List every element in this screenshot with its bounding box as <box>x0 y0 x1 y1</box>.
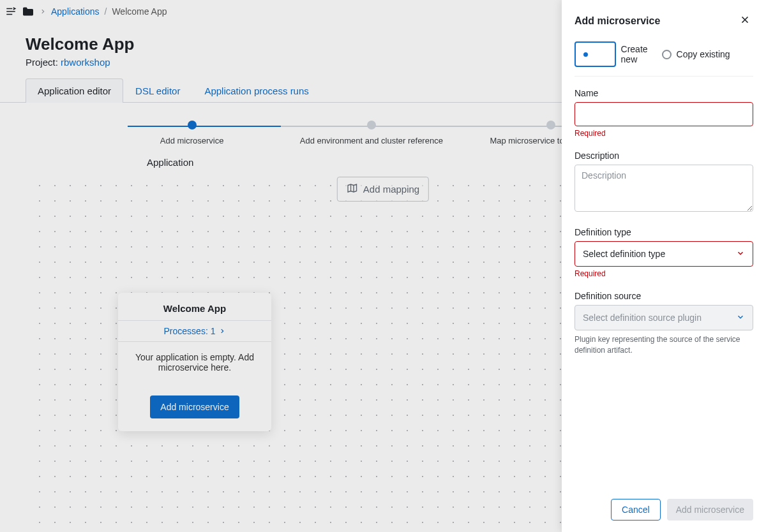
description-field: Description <box>574 151 753 214</box>
description-input[interactable] <box>574 165 753 212</box>
definition-type-select[interactable]: Select definition type <box>574 241 753 267</box>
definition-source-field: Definition source Select definition sour… <box>574 291 753 356</box>
name-field: Name Required <box>574 88 753 138</box>
drawer-footer: Cancel Add microservice <box>574 499 753 521</box>
chevron-down-icon <box>736 313 745 323</box>
definition-source-label: Definition source <box>574 291 753 301</box>
radio-group: Create new Copy existing <box>574 41 753 77</box>
name-input[interactable] <box>574 102 753 126</box>
radio-unselected-icon <box>662 50 672 59</box>
definition-type-field: Definition type Select definition type R… <box>574 227 753 278</box>
chevron-down-icon <box>736 249 745 260</box>
definition-source-select[interactable]: Select definition source plugin <box>574 305 753 330</box>
submit-button: Add microservice <box>667 499 753 521</box>
cancel-button[interactable]: Cancel <box>611 499 661 521</box>
definition-type-error: Required <box>574 269 753 278</box>
radio-copy-existing[interactable]: Copy existing <box>662 41 730 67</box>
drawer-title: Add microservice <box>574 15 660 27</box>
definition-source-help: Plugin key representing the source of th… <box>574 334 753 356</box>
description-label: Description <box>574 151 753 161</box>
radio-create-label: Create new <box>621 44 648 64</box>
add-microservice-drawer: Add microservice Create new Copy existin… <box>562 0 766 532</box>
close-icon <box>739 18 751 27</box>
radio-selected-icon <box>574 41 616 67</box>
radio-copy-label: Copy existing <box>677 49 730 59</box>
definition-type-placeholder: Select definition type <box>583 249 665 259</box>
radio-create-new[interactable]: Create new <box>574 41 648 67</box>
name-label: Name <box>574 88 753 98</box>
close-button[interactable] <box>737 11 753 30</box>
name-error: Required <box>574 129 753 138</box>
definition-source-placeholder: Select definition source plugin <box>583 313 702 323</box>
definition-type-label: Definition type <box>574 227 753 237</box>
